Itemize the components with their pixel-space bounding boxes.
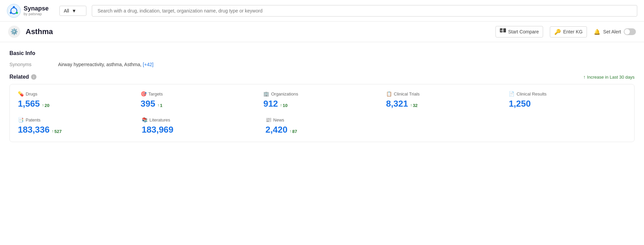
stat-icon-drugs: 💊 [18,91,24,97]
stat-icon-clinical-results: 📄 [509,91,514,97]
stat-item-organizations: 🏢 Organizations 912 ↑10 [263,91,381,109]
stat-increase-drugs: ↑20 [42,103,49,108]
stat-increase-arrow-organizations: ↑ [280,103,282,108]
stat-increase-value-patents: 527 [54,129,62,134]
stat-value-row-patents: 183,336 ↑527 [18,125,136,135]
stat-item-clinical-results: 📄 Clinical Results 1,250 [509,91,626,109]
stat-label-targets: 🎯 Targets [141,91,258,97]
synonyms-row: Synonyms Airway hyperreactivity, asthma,… [9,62,635,67]
search-bar[interactable] [92,5,637,17]
stat-value-row-clinical-trials: 8,321 ↑32 [386,99,504,109]
stat-icon-clinical-trials: 📋 [386,91,392,97]
toolbar-actions: U5 Start Compare 🔑 Enter KG 🔔 Set Alert [495,26,636,37]
stat-number-literatures[interactable]: 183,969 [142,125,173,135]
search-type-dropdown[interactable]: All ▼ [59,6,86,16]
page-title-bar: ⚙️ Asthma U5 Start Compare 🔑 Enter KG 🔔 … [0,22,644,42]
stat-label-text-news: News [273,117,285,123]
stat-label-text-clinical-trials: Clinical Trials [394,91,420,97]
stat-item-drugs: 💊 Drugs 1,565 ↑20 [18,91,135,109]
search-input[interactable] [98,8,632,13]
stat-increase-news: ↑87 [290,129,297,134]
stat-number-clinical-trials[interactable]: 8,321 [386,99,408,109]
stat-number-organizations[interactable]: 912 [263,99,278,109]
page-title: Asthma [26,27,490,36]
stat-increase-patents: ↑527 [52,129,62,134]
stat-value-row-targets: 395 ↑1 [141,99,258,109]
stat-number-patents[interactable]: 183,336 [18,125,50,135]
related-section-title: Related [9,74,29,80]
set-alert-toggle[interactable] [624,28,636,35]
stat-increase-organizations: ↑10 [280,103,288,108]
stat-icon-targets: 🎯 [141,91,146,97]
header: Synapse by patsnap All ▼ [0,0,644,22]
stat-label-text-drugs: Drugs [26,91,37,97]
stat-label-patents: 📑 Patents [18,117,136,123]
stat-value-row-literatures: 183,969 [142,125,260,135]
stat-increase-value-clinical-trials: 32 [413,103,418,108]
stat-number-news[interactable]: 2,420 [266,125,288,135]
stats-grid-row2: 📑 Patents 183,336 ↑527 📚 Literatures 183… [18,117,626,135]
svg-point-3 [16,12,18,14]
stats-grid-row1: 💊 Drugs 1,565 ↑20 🎯 Targets 395 ↑1 🏢 Org… [18,91,626,109]
stat-value-row-news: 2,420 ↑87 [266,125,384,135]
stat-item-literatures: 📚 Literatures 183,969 [142,117,260,135]
stat-item-clinical-trials: 📋 Clinical Trials 8,321 ↑32 [386,91,504,109]
stat-number-targets[interactable]: 395 [141,99,155,109]
stat-increase-arrow-targets: ↑ [157,103,159,108]
stat-increase-targets: ↑1 [157,103,162,108]
stat-label-text-organizations: Organizations [271,91,298,97]
stat-icon-organizations: 🏢 [263,91,269,97]
synonyms-text: Airway hyperreactivity, asthma, Asthma, [58,62,141,67]
stat-label-clinical-trials: 📋 Clinical Trials [386,91,504,97]
start-compare-button[interactable]: U5 Start Compare [495,26,543,37]
stat-label-organizations: 🏢 Organizations [263,91,381,97]
stat-label-text-clinical-results: Clinical Results [516,91,546,97]
stats-card: 💊 Drugs 1,565 ↑20 🎯 Targets 395 ↑1 🏢 Org… [9,84,635,142]
stat-icon-literatures: 📚 [142,117,147,123]
related-header: Related i ↑ Increase in Last 30 days [9,74,635,80]
stat-label-drugs: 💊 Drugs [18,91,135,97]
main-content: Basic Info Synonyms Airway hyperreactivi… [0,42,644,150]
enter-kg-button[interactable]: 🔑 Enter KG [550,26,587,37]
stat-increase-value-organizations: 10 [283,103,288,108]
stat-label-text-targets: Targets [149,91,163,97]
synapse-logo-icon [7,4,21,18]
stat-item-targets: 🎯 Targets 395 ↑1 [141,91,258,109]
synonyms-value: Airway hyperreactivity, asthma, Asthma, … [58,62,154,67]
logo-synapse: Synapse [24,5,49,12]
enter-kg-icon: 🔑 [554,29,561,35]
synonyms-more-link[interactable]: [+42] [143,62,154,67]
stat-icon-news: 📰 [266,117,271,123]
stat-value-row-clinical-results: 1,250 [509,99,626,109]
stat-item-patents: 📑 Patents 183,336 ↑527 [18,117,136,135]
increase-notice-text: Increase in Last 30 days [587,75,635,80]
stat-label-clinical-results: 📄 Clinical Results [509,91,626,97]
stat-increase-arrow-clinical-trials: ↑ [410,103,412,108]
synonyms-label: Synonyms [9,62,50,67]
stat-increase-value-targets: 1 [160,103,162,108]
related-info-icon[interactable]: i [31,74,36,80]
stat-increase-arrow-drugs: ↑ [42,103,44,108]
start-compare-label: Start Compare [508,29,539,34]
svg-rect-7 [503,28,506,32]
stat-label-news: 📰 News [266,117,384,123]
stat-increase-arrow-news: ↑ [290,129,292,134]
search-type-label: All [64,8,69,13]
increase-notice: ↑ Increase in Last 30 days [583,74,635,80]
stat-increase-clinical-trials: ↑32 [410,103,418,108]
set-alert-wrap[interactable]: 🔔 Set Alert [594,28,636,35]
stat-label-literatures: 📚 Literatures [142,117,260,123]
start-compare-icon: U5 [500,28,506,35]
dropdown-arrow-icon: ▼ [72,8,77,13]
stat-number-drugs[interactable]: 1,565 [18,99,40,109]
stat-value-row-drugs: 1,565 ↑20 [18,99,135,109]
increase-arrow-icon: ↑ [583,74,586,80]
enter-kg-label: Enter KG [563,29,583,34]
stat-number-clinical-results[interactable]: 1,250 [509,99,531,109]
related-title-wrap: Related i [9,74,36,80]
logo-area: Synapse by patsnap [7,4,54,18]
basic-info-section-title: Basic Info [9,50,635,56]
set-alert-icon: 🔔 [594,29,600,35]
svg-point-4 [10,12,12,14]
stat-icon-patents: 📑 [18,117,24,123]
